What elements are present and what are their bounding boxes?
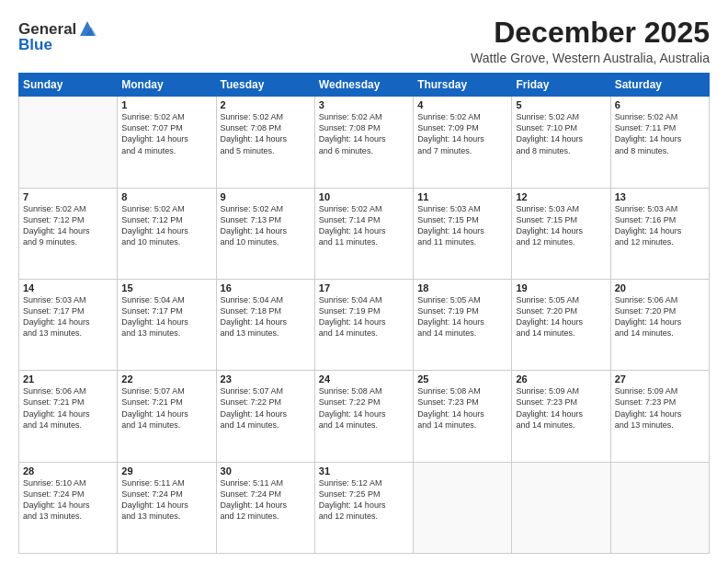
day-number: 24 xyxy=(319,373,409,385)
calendar-day-cell: 9Sunrise: 5:02 AM Sunset: 7:13 PM Daylig… xyxy=(216,188,314,279)
calendar: SundayMondayTuesdayWednesdayThursdayFrid… xyxy=(18,73,710,554)
day-number: 7 xyxy=(23,191,113,202)
day-info: Sunrise: 5:07 AM Sunset: 7:21 PM Dayligh… xyxy=(121,385,211,431)
day-number: 11 xyxy=(417,191,507,202)
calendar-day-cell: 8Sunrise: 5:02 AM Sunset: 7:12 PM Daylig… xyxy=(118,188,216,279)
calendar-day-cell: 10Sunrise: 5:02 AM Sunset: 7:14 PM Dayli… xyxy=(314,188,413,279)
calendar-day-cell: 1Sunrise: 5:02 AM Sunset: 7:07 PM Daylig… xyxy=(118,97,216,188)
day-info: Sunrise: 5:02 AM Sunset: 7:12 PM Dayligh… xyxy=(121,203,211,248)
header: General Blue December 2025 Wattle Grove,… xyxy=(18,17,710,65)
day-number: 1 xyxy=(121,99,211,110)
day-info: Sunrise: 5:08 AM Sunset: 7:23 PM Dayligh… xyxy=(417,385,507,431)
calendar-day-cell: 26Sunrise: 5:09 AM Sunset: 7:23 PM Dayli… xyxy=(512,371,610,462)
calendar-day-cell: 16Sunrise: 5:04 AM Sunset: 7:18 PM Dayli… xyxy=(216,279,314,370)
day-info: Sunrise: 5:07 AM Sunset: 7:22 PM Dayligh… xyxy=(221,385,311,431)
day-info: Sunrise: 5:04 AM Sunset: 7:17 PM Dayligh… xyxy=(121,294,211,339)
day-number: 12 xyxy=(516,191,606,202)
day-info: Sunrise: 5:04 AM Sunset: 7:19 PM Dayligh… xyxy=(319,294,409,339)
calendar-day-cell: 13Sunrise: 5:03 AM Sunset: 7:16 PM Dayli… xyxy=(610,188,709,279)
logo-blue: Blue xyxy=(18,36,97,54)
empty-cell xyxy=(610,462,709,553)
calendar-day-cell: 2Sunrise: 5:02 AM Sunset: 7:08 PM Daylig… xyxy=(216,97,314,188)
day-number: 15 xyxy=(121,282,211,293)
header-day-friday: Friday xyxy=(512,74,610,97)
day-number: 18 xyxy=(417,282,507,293)
day-number: 2 xyxy=(221,99,311,110)
calendar-day-cell: 12Sunrise: 5:03 AM Sunset: 7:15 PM Dayli… xyxy=(512,188,610,279)
calendar-week-row: 14Sunrise: 5:03 AM Sunset: 7:17 PM Dayli… xyxy=(19,279,710,370)
calendar-day-cell: 3Sunrise: 5:02 AM Sunset: 7:08 PM Daylig… xyxy=(314,97,413,188)
calendar-day-cell: 21Sunrise: 5:06 AM Sunset: 7:21 PM Dayli… xyxy=(19,371,118,462)
location: Wattle Grove, Western Australia, Austral… xyxy=(471,51,710,65)
day-info: Sunrise: 5:02 AM Sunset: 7:11 PM Dayligh… xyxy=(615,111,705,156)
day-info: Sunrise: 5:08 AM Sunset: 7:22 PM Dayligh… xyxy=(319,385,409,431)
logo: General Blue xyxy=(18,20,97,54)
calendar-day-cell: 14Sunrise: 5:03 AM Sunset: 7:17 PM Dayli… xyxy=(19,279,118,370)
calendar-day-cell: 17Sunrise: 5:04 AM Sunset: 7:19 PM Dayli… xyxy=(314,279,413,370)
day-info: Sunrise: 5:06 AM Sunset: 7:20 PM Dayligh… xyxy=(615,294,705,339)
day-info: Sunrise: 5:03 AM Sunset: 7:17 PM Dayligh… xyxy=(23,294,113,339)
month-title: December 2025 xyxy=(471,17,710,49)
day-info: Sunrise: 5:03 AM Sunset: 7:16 PM Dayligh… xyxy=(615,203,705,248)
calendar-day-cell: 18Sunrise: 5:05 AM Sunset: 7:19 PM Dayli… xyxy=(414,279,512,370)
day-number: 28 xyxy=(23,465,113,477)
calendar-day-cell: 4Sunrise: 5:02 AM Sunset: 7:09 PM Daylig… xyxy=(414,97,512,188)
header-day-monday: Monday xyxy=(118,74,216,97)
day-info: Sunrise: 5:05 AM Sunset: 7:20 PM Dayligh… xyxy=(516,294,606,339)
calendar-day-cell: 19Sunrise: 5:05 AM Sunset: 7:20 PM Dayli… xyxy=(512,279,610,370)
calendar-week-row: 1Sunrise: 5:02 AM Sunset: 7:07 PM Daylig… xyxy=(19,97,710,188)
day-info: Sunrise: 5:02 AM Sunset: 7:08 PM Dayligh… xyxy=(319,111,409,156)
day-info: Sunrise: 5:10 AM Sunset: 7:24 PM Dayligh… xyxy=(23,477,113,523)
header-day-thursday: Thursday xyxy=(414,74,512,97)
calendar-week-row: 21Sunrise: 5:06 AM Sunset: 7:21 PM Dayli… xyxy=(19,371,710,462)
calendar-day-cell: 29Sunrise: 5:11 AM Sunset: 7:24 PM Dayli… xyxy=(118,462,216,553)
day-number: 16 xyxy=(221,282,311,293)
day-info: Sunrise: 5:02 AM Sunset: 7:12 PM Dayligh… xyxy=(23,203,113,248)
day-info: Sunrise: 5:04 AM Sunset: 7:18 PM Dayligh… xyxy=(221,294,311,339)
day-number: 10 xyxy=(319,191,409,202)
calendar-day-cell: 28Sunrise: 5:10 AM Sunset: 7:24 PM Dayli… xyxy=(19,462,118,553)
logo-icon xyxy=(78,19,97,38)
calendar-day-cell: 24Sunrise: 5:08 AM Sunset: 7:22 PM Dayli… xyxy=(314,371,413,462)
day-number: 17 xyxy=(319,282,409,293)
day-number: 30 xyxy=(221,465,311,477)
calendar-day-cell: 23Sunrise: 5:07 AM Sunset: 7:22 PM Dayli… xyxy=(216,371,314,462)
day-number: 25 xyxy=(417,373,507,385)
day-info: Sunrise: 5:03 AM Sunset: 7:15 PM Dayligh… xyxy=(417,203,507,248)
calendar-week-row: 28Sunrise: 5:10 AM Sunset: 7:24 PM Dayli… xyxy=(19,462,710,553)
title-block: December 2025 Wattle Grove, Western Aust… xyxy=(471,17,710,65)
calendar-day-cell: 15Sunrise: 5:04 AM Sunset: 7:17 PM Dayli… xyxy=(118,279,216,370)
day-info: Sunrise: 5:11 AM Sunset: 7:24 PM Dayligh… xyxy=(121,477,211,523)
calendar-day-cell: 31Sunrise: 5:12 AM Sunset: 7:25 PM Dayli… xyxy=(314,462,413,553)
empty-cell xyxy=(19,97,118,188)
day-info: Sunrise: 5:09 AM Sunset: 7:23 PM Dayligh… xyxy=(615,385,705,431)
day-number: 19 xyxy=(516,282,606,293)
day-info: Sunrise: 5:02 AM Sunset: 7:10 PM Dayligh… xyxy=(516,111,606,156)
day-info: Sunrise: 5:05 AM Sunset: 7:19 PM Dayligh… xyxy=(417,294,507,339)
day-number: 3 xyxy=(319,99,409,110)
header-day-tuesday: Tuesday xyxy=(216,74,314,97)
calendar-day-cell: 7Sunrise: 5:02 AM Sunset: 7:12 PM Daylig… xyxy=(19,188,118,279)
day-info: Sunrise: 5:02 AM Sunset: 7:09 PM Dayligh… xyxy=(417,111,507,156)
day-info: Sunrise: 5:02 AM Sunset: 7:07 PM Dayligh… xyxy=(121,111,211,156)
day-number: 14 xyxy=(23,282,113,293)
header-day-sunday: Sunday xyxy=(19,74,118,97)
day-number: 4 xyxy=(417,99,507,110)
day-number: 27 xyxy=(615,373,705,385)
day-info: Sunrise: 5:09 AM Sunset: 7:23 PM Dayligh… xyxy=(516,385,606,431)
day-number: 20 xyxy=(615,282,705,293)
day-info: Sunrise: 5:02 AM Sunset: 7:14 PM Dayligh… xyxy=(319,203,409,248)
page: General Blue December 2025 Wattle Grove,… xyxy=(0,0,728,563)
day-number: 23 xyxy=(221,373,311,385)
header-day-saturday: Saturday xyxy=(610,74,709,97)
day-number: 22 xyxy=(121,373,211,385)
calendar-header-row: SundayMondayTuesdayWednesdayThursdayFrid… xyxy=(19,74,710,97)
day-info: Sunrise: 5:02 AM Sunset: 7:08 PM Dayligh… xyxy=(221,111,311,156)
empty-cell xyxy=(512,462,610,553)
day-number: 21 xyxy=(23,373,113,385)
calendar-day-cell: 5Sunrise: 5:02 AM Sunset: 7:10 PM Daylig… xyxy=(512,97,610,188)
empty-cell xyxy=(414,462,512,553)
calendar-day-cell: 11Sunrise: 5:03 AM Sunset: 7:15 PM Dayli… xyxy=(414,188,512,279)
calendar-day-cell: 25Sunrise: 5:08 AM Sunset: 7:23 PM Dayli… xyxy=(414,371,512,462)
day-number: 31 xyxy=(319,465,409,477)
